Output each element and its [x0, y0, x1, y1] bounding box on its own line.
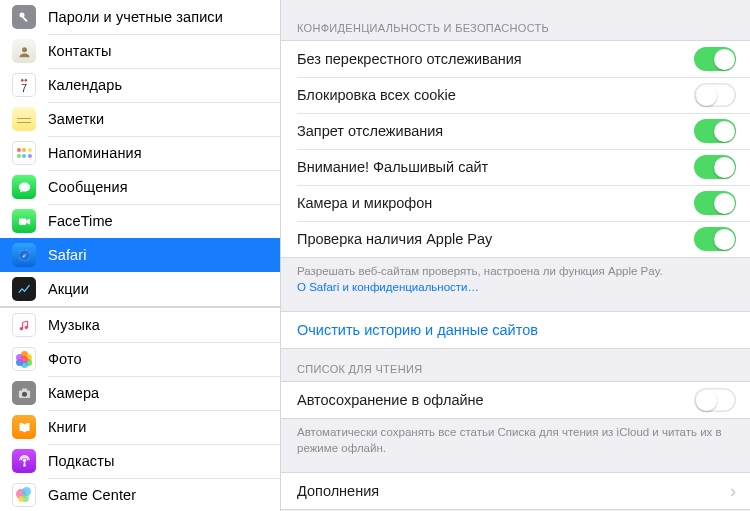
contacts-icon	[12, 39, 36, 63]
sidebar-item-facetime[interactable]: FaceTime	[0, 204, 280, 238]
settings-sidebar: Пароли и учетные записи Контакты ●● 7 Ка…	[0, 0, 281, 511]
camera-icon	[12, 381, 36, 405]
messages-icon	[12, 175, 36, 199]
row-block-cookies[interactable]: Блокировка всех cookie	[281, 77, 750, 113]
key-icon	[12, 5, 36, 29]
music-icon	[12, 313, 36, 337]
row-label: Внимание! Фальшивый сайт	[297, 159, 694, 175]
sidebar-item-reminders[interactable]: Напоминания	[0, 136, 280, 170]
row-autosave-offline[interactable]: Автосохранение в офлайне	[281, 382, 750, 418]
sidebar-item-safari[interactable]: Safari	[0, 238, 280, 272]
sidebar-item-camera[interactable]: Камера	[0, 376, 280, 410]
svg-point-2	[22, 47, 27, 52]
row-clear-history[interactable]: Очистить историю и данные сайтов	[281, 312, 750, 348]
row-addons[interactable]: Дополнения ›	[281, 473, 750, 509]
row-do-not-track[interactable]: Запрет отслеживания	[281, 113, 750, 149]
svg-rect-9	[22, 388, 27, 391]
stocks-icon	[12, 277, 36, 301]
toggle-fraud-warning[interactable]	[694, 155, 736, 179]
svg-point-10	[23, 459, 26, 462]
gamecenter-icon	[12, 483, 36, 507]
row-label: Без перекрестного отслеживания	[297, 51, 694, 67]
podcasts-icon	[12, 449, 36, 473]
sidebar-item-stocks[interactable]: Акции	[0, 272, 280, 306]
settings-detail-safari: Конфиденциальность и безопасность Без пе…	[281, 0, 750, 511]
photos-icon	[12, 347, 36, 371]
addons-group: Дополнения ›	[281, 472, 750, 510]
toggle-autosave-offline[interactable]	[694, 388, 736, 412]
sidebar-item-messages[interactable]: Сообщения	[0, 170, 280, 204]
row-label: Камера и микрофон	[297, 195, 694, 211]
reading-group: Автосохранение в офлайне	[281, 381, 750, 419]
sidebar-item-books[interactable]: Книги	[0, 410, 280, 444]
svg-point-6	[25, 326, 28, 329]
svg-point-5	[20, 327, 23, 330]
books-icon	[12, 415, 36, 439]
calendar-icon: ●● 7	[12, 73, 36, 97]
svg-rect-1	[21, 16, 27, 22]
sidebar-item-photos[interactable]: Фото	[0, 342, 280, 376]
reminders-icon	[12, 141, 36, 165]
about-privacy-link[interactable]: О Safari и конфиденциальности…	[297, 281, 479, 293]
row-label: Запрет отслеживания	[297, 123, 694, 139]
reading-footer-note: Автоматически сохранять все статьи Списк…	[281, 419, 750, 456]
section-header-reading: Список для чтения	[281, 349, 750, 381]
toggle-cross-tracking[interactable]	[694, 47, 736, 71]
sidebar-item-label: Книги	[48, 419, 86, 435]
privacy-footer-note: Разрешать веб-сайтам проверять, настроен…	[281, 258, 750, 295]
row-cross-tracking[interactable]: Без перекрестного отслеживания	[281, 41, 750, 77]
row-camera-mic[interactable]: Камера и микрофон	[281, 185, 750, 221]
sidebar-item-notes[interactable]: Заметки	[0, 102, 280, 136]
chevron-right-icon: ›	[730, 481, 736, 502]
toggle-camera-mic[interactable]	[694, 191, 736, 215]
sidebar-item-label: Safari	[48, 247, 86, 263]
clear-history-button[interactable]: Очистить историю и данные сайтов	[297, 322, 736, 338]
sidebar-item-label: Календарь	[48, 77, 122, 93]
safari-icon	[12, 243, 36, 267]
toggle-applepay-check[interactable]	[694, 227, 736, 251]
row-applepay-check[interactable]: Проверка наличия Apple Pay	[281, 221, 750, 257]
toggle-block-cookies[interactable]	[694, 83, 736, 107]
sidebar-item-label: Контакты	[48, 43, 111, 59]
sidebar-item-music[interactable]: Музыка	[0, 308, 280, 342]
sidebar-item-calendar[interactable]: ●● 7 Календарь	[0, 68, 280, 102]
sidebar-item-contacts[interactable]: Контакты	[0, 34, 280, 68]
sidebar-item-label: Пароли и учетные записи	[48, 9, 223, 25]
sidebar-item-label: Подкасты	[48, 453, 114, 469]
sidebar-group-apps-1: Пароли и учетные записи Контакты ●● 7 Ка…	[0, 0, 280, 306]
sidebar-item-label: Заметки	[48, 111, 104, 127]
sidebar-item-label: Game Center	[48, 487, 136, 503]
sidebar-item-gamecenter[interactable]: Game Center	[0, 478, 280, 511]
sidebar-item-label: Камера	[48, 385, 99, 401]
svg-rect-3	[18, 218, 26, 224]
svg-point-8	[22, 391, 27, 396]
row-fraud-warning[interactable]: Внимание! Фальшивый сайт	[281, 149, 750, 185]
notes-icon	[12, 107, 36, 131]
sidebar-item-label: Сообщения	[48, 179, 128, 195]
toggle-do-not-track[interactable]	[694, 119, 736, 143]
note-text: Разрешать веб-сайтам проверять, настроен…	[297, 265, 663, 277]
sidebar-item-label: Акции	[48, 281, 89, 297]
privacy-group: Без перекрестного отслеживания Блокировк…	[281, 40, 750, 258]
sidebar-item-label: Фото	[48, 351, 82, 367]
section-header-privacy: Конфиденциальность и безопасность	[281, 8, 750, 40]
sidebar-item-label: Музыка	[48, 317, 100, 333]
row-label: Проверка наличия Apple Pay	[297, 231, 694, 247]
row-label: Автосохранение в офлайне	[297, 392, 694, 408]
sidebar-item-podcasts[interactable]: Подкасты	[0, 444, 280, 478]
sidebar-item-passwords[interactable]: Пароли и учетные записи	[0, 0, 280, 34]
facetime-icon	[12, 209, 36, 233]
row-label: Дополнения	[297, 483, 730, 499]
sidebar-group-apps-2: Музыка Фото Камера	[0, 308, 280, 511]
row-label: Блокировка всех cookie	[297, 87, 694, 103]
sidebar-item-label: FaceTime	[48, 213, 113, 229]
clear-group: Очистить историю и данные сайтов	[281, 311, 750, 349]
sidebar-item-label: Напоминания	[48, 145, 142, 161]
